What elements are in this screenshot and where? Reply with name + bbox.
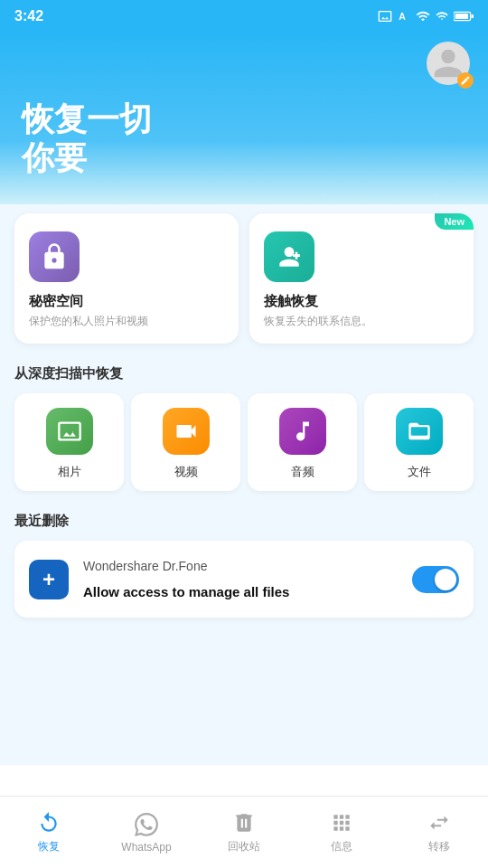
recycle-nav-icon xyxy=(231,810,257,835)
wifi-icon xyxy=(416,9,430,24)
toggle-knob xyxy=(435,569,456,590)
svg-rect-3 xyxy=(455,14,468,19)
permission-text: Allow access to manage all files xyxy=(83,584,398,599)
top-bar xyxy=(0,33,488,89)
photo-status-icon xyxy=(378,9,392,24)
videos-icon-bg xyxy=(163,408,210,455)
whatsapp-nav-label: WhatsApp xyxy=(121,841,171,854)
photos-icon-bg xyxy=(46,408,93,455)
status-bar: 3:42 A xyxy=(0,0,488,33)
hero-text: 恢复一切 你要 xyxy=(0,89,488,195)
files-label: 文件 xyxy=(408,464,431,480)
edit-icon xyxy=(460,75,471,86)
main-content: 秘密空间 保护您的私人照片和视频 New 接触恢复 恢复丢失的联系信息。 从深度… xyxy=(0,204,488,765)
drfone-app-name: Wondershare Dr.Fone xyxy=(83,559,398,573)
nav-restore[interactable]: 恢复 xyxy=(0,803,98,862)
whatsapp-icon xyxy=(135,813,158,836)
hero-line2: 你要 xyxy=(22,138,466,177)
nav-info[interactable]: 信息 xyxy=(293,803,390,862)
nav-recycle[interactable]: 回收站 xyxy=(195,803,293,862)
restore-nav-label: 恢复 xyxy=(38,839,60,854)
header-section: 恢复一切 你要 xyxy=(0,33,488,213)
contact-restore-title: 接触恢复 xyxy=(264,293,459,310)
music-icon xyxy=(290,419,315,444)
a-icon: A xyxy=(398,10,410,23)
signal-icon xyxy=(436,10,448,23)
info-icon xyxy=(330,811,353,835)
music-label: 音频 xyxy=(291,464,314,480)
drfone-icon: + xyxy=(29,560,69,599)
contact-restore-card[interactable]: New 接触恢复 恢复丢失的联系信息。 xyxy=(249,213,474,344)
files-icon xyxy=(407,419,432,444)
recycle-icon xyxy=(232,811,256,835)
permission-toggle-wrapper[interactable] xyxy=(412,566,459,593)
contact-restore-desc: 恢复丢失的联系信息。 xyxy=(264,314,459,329)
top-cards-row: 秘密空间 保护您的私人照片和视频 New 接触恢复 恢复丢失的联系信息。 xyxy=(14,204,474,344)
svg-text:A: A xyxy=(399,11,406,22)
secret-space-desc: 保护您的私人照片和视频 xyxy=(29,314,224,329)
bottom-nav: 恢复 WhatsApp 回收站 信息 xyxy=(0,796,488,868)
permission-card: + Wondershare Dr.Fone Allow access to ma… xyxy=(14,541,474,618)
photos-icon xyxy=(57,419,82,444)
secret-space-card[interactable]: 秘密空间 保护您的私人照片和视频 xyxy=(14,213,239,344)
status-icons: A xyxy=(378,9,474,24)
videos-icon xyxy=(174,419,199,444)
category-videos[interactable]: 视频 xyxy=(131,393,240,491)
recently-deleted-section: 最近删除 + Wondershare Dr.Fone Allow access … xyxy=(14,513,474,618)
music-icon-bg xyxy=(279,408,326,455)
files-icon-bg xyxy=(396,408,443,455)
hero-line1: 恢复一切 xyxy=(22,99,466,138)
svg-rect-2 xyxy=(471,14,474,18)
drfone-text-block: Wondershare Dr.Fone Allow access to mana… xyxy=(83,559,398,599)
category-photos[interactable]: 相片 xyxy=(14,393,124,491)
videos-label: 视频 xyxy=(174,464,198,480)
contact-icon xyxy=(275,242,304,271)
transfer-nav-label: 转移 xyxy=(428,839,450,854)
recently-deleted-title: 最近删除 xyxy=(14,513,474,530)
photos-label: 相片 xyxy=(58,464,81,480)
category-files[interactable]: 文件 xyxy=(364,393,474,491)
drfone-plus-icon: + xyxy=(42,569,55,590)
restore-icon xyxy=(37,811,61,835)
recycle-nav-label: 回收站 xyxy=(228,839,260,854)
whatsapp-nav-icon xyxy=(134,812,159,837)
avatar-edit-badge xyxy=(457,72,474,89)
category-music[interactable]: 音频 xyxy=(248,393,357,491)
restore-nav-icon xyxy=(36,810,61,835)
secret-space-icon xyxy=(29,231,80,282)
transfer-icon xyxy=(427,811,451,835)
category-row: 相片 视频 音频 xyxy=(14,393,474,491)
new-badge: New xyxy=(435,213,474,230)
nav-whatsapp[interactable]: WhatsApp xyxy=(98,805,195,861)
battery-icon xyxy=(454,11,474,22)
transfer-nav-icon xyxy=(427,810,452,835)
permission-toggle[interactable] xyxy=(412,566,459,593)
deep-scan-title: 从深度扫描中恢复 xyxy=(14,365,474,382)
nav-transfer[interactable]: 转移 xyxy=(390,803,488,862)
info-nav-icon xyxy=(329,810,354,835)
avatar-button[interactable] xyxy=(427,42,474,89)
info-nav-label: 信息 xyxy=(331,839,352,854)
lock-icon xyxy=(40,242,69,271)
status-time: 3:42 xyxy=(14,8,43,24)
secret-space-title: 秘密空间 xyxy=(29,293,224,310)
contact-restore-icon xyxy=(264,231,314,282)
